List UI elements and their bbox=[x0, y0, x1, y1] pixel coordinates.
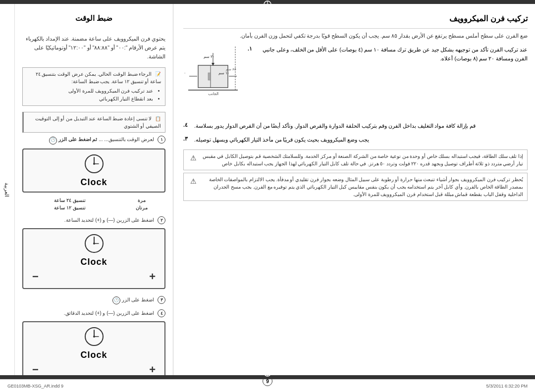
note-icon: 📝 bbox=[155, 71, 161, 77]
main-content: ضبط الوقت يحتوي فرن الميكروويف على ساعة … bbox=[15, 4, 535, 375]
item-1-text-area: ١. عند تركيب الفرن تأكد من توجيهه بشكل ج… bbox=[248, 46, 528, 117]
item-3-text: يجب وضع الميكروويف بحيث يكون قريبًا من م… bbox=[194, 136, 369, 145]
item-1-num: ١. bbox=[248, 46, 256, 52]
reminder-icon: 📋 bbox=[155, 116, 161, 121]
step-2-num: ٢ bbox=[158, 216, 165, 224]
svg-text:٨٥ سم: ٨٥ سم bbox=[226, 67, 236, 71]
tip-box-2: ⚠ يُحظر تركيب فرن الميكروويف بجوار أشياء… bbox=[183, 173, 528, 201]
item-4-text: قم بإزالة كافة مواد التغليف بداخل الفرن … bbox=[194, 122, 476, 131]
clock-icon-area-2 bbox=[84, 233, 105, 254]
time-format-table: مرة تنسيق ٢٤ ساعة مرتان تنسيق ١٢ ساعة bbox=[22, 196, 165, 211]
svg-text:الجانب: الجانب bbox=[208, 92, 218, 96]
minus-button-2[interactable]: − bbox=[27, 269, 44, 284]
svg-text:١٠ سم: ١٠ سم bbox=[218, 71, 229, 75]
clock-icon-area-1 bbox=[84, 153, 105, 174]
item-4-num: ٤. bbox=[183, 122, 191, 128]
top-border bbox=[0, 0, 535, 4]
clock-label-2: Clock bbox=[80, 257, 107, 267]
clock-btn-ref: 🕐 bbox=[49, 137, 57, 145]
bottom-border bbox=[0, 375, 535, 379]
right-column: تركيب فرن الميكروويف ضع الفرن على سطح أم… bbox=[173, 4, 535, 375]
clock-label-4: Clock bbox=[80, 350, 107, 360]
content-area: العربية ضبط الوقت يحتوي فرن الميكروويف ع… bbox=[0, 4, 535, 375]
clock-face-icon-1 bbox=[84, 153, 105, 174]
minus-button-4[interactable]: − bbox=[27, 362, 44, 375]
step-4: ٤ اضغط على الزرين (—) و (+) لتحديد الدقا… bbox=[22, 309, 165, 375]
tip-1-icon: ⚠ bbox=[188, 152, 197, 163]
clock-label-1: Clock bbox=[80, 177, 107, 188]
note-box: 📝 الرجاء ضبط الوقت الحالي. يمكن عرض الوق… bbox=[22, 67, 165, 106]
left-section-title: ضبط الوقت bbox=[22, 14, 165, 23]
item-3-num: ٣. bbox=[183, 136, 191, 142]
step-4-num: ٤ bbox=[158, 309, 165, 317]
tip-1-text: إذا تلف سلك الطاقة، فيجب استبداله بسلك خ… bbox=[199, 152, 523, 167]
step-1: ١ لعرض الوقت بالتنسيق... ... ثم اضغط على… bbox=[22, 136, 165, 213]
tip-2-text: يُحظر تركيب فرن الميكروويف بجوار أشياء ت… bbox=[199, 176, 523, 198]
clock-face-icon-2 bbox=[84, 233, 105, 254]
btn-row-2: − + bbox=[27, 269, 160, 284]
step-1-num: ١ bbox=[158, 136, 165, 144]
step-2: ٢ اضغط على الزرين (—) و (+) لتحديد الساع… bbox=[22, 216, 165, 293]
item-4: ٤. قم بإزالة كافة مواد التغليف بداخل الف… bbox=[183, 122, 528, 131]
plus-button-4[interactable]: + bbox=[144, 362, 160, 375]
step-3-clock-ref: 🕐 bbox=[112, 296, 120, 304]
item-3: ٣. يجب وضع الميكروويف بحيث يكون قريبًا م… bbox=[183, 136, 528, 145]
item-1-container: ١. عند تركيب الفرن تأكد من توجيهه بشكل ج… bbox=[183, 46, 528, 117]
clock-block-2: Clock − + bbox=[22, 228, 165, 289]
btn-row-4: − + bbox=[27, 362, 160, 375]
plus-button-2[interactable]: + bbox=[144, 269, 160, 284]
clock-block-4: Clock − + bbox=[22, 321, 165, 375]
microwave-placement-diagram: ٢٠ سم ١٠ سم ١٠ ٨٥ سم الجانب bbox=[183, 46, 243, 115]
left-column: ضبط الوقت يحتوي فرن الميكروويف على ساعة … bbox=[15, 4, 173, 375]
clock-face-icon-4 bbox=[84, 326, 105, 347]
svg-text:١٠: ١٠ bbox=[183, 71, 186, 75]
right-intro: ضع الفرن على سطح أملس مسطح يرتفع عن الأر… bbox=[183, 32, 528, 41]
clock-icon-area-4 bbox=[84, 326, 105, 347]
page: العربية ضبط الوقت يحتوي فرن الميكروويف ع… bbox=[0, 0, 535, 392]
reminder-note: 📋 لا تنسى إعادة ضبط الساعة عند التبديل م… bbox=[22, 112, 165, 133]
tip-2-icon: ⚠ bbox=[188, 176, 197, 187]
svg-rect-21 bbox=[208, 73, 211, 80]
step-3: ٣ اضغط على الزر 🕐 bbox=[22, 296, 165, 306]
item-1-text: عند تركيب الفرن تأكد من توجيهه بشكل جيد … bbox=[259, 46, 528, 63]
top-crosshair-icon bbox=[263, 0, 272, 9]
sidebar: العربية bbox=[0, 4, 15, 375]
diagram-area: ٢٠ سم ١٠ سم ١٠ ٨٥ سم الجانب bbox=[183, 46, 243, 117]
tip-box-1: ⚠ إذا تلف سلك الطاقة، فيجب استبداله بسلك… bbox=[183, 149, 528, 170]
footer-left: GE0103MB-XSG_AR.indd 9 bbox=[7, 384, 63, 389]
bottom-crosshair-icon bbox=[263, 368, 272, 377]
right-section-title: تركيب فرن الميكروويف bbox=[183, 14, 528, 23]
clock-block-1: Clock bbox=[22, 148, 165, 193]
step-3-num: ٣ bbox=[158, 296, 165, 304]
item-1: ١. عند تركيب الفرن تأكد من توجيهه بشكل ج… bbox=[248, 46, 528, 63]
sidebar-label: العربية bbox=[4, 183, 10, 197]
svg-rect-19 bbox=[198, 65, 228, 88]
footer-right: 5/3/2011 6:32:20 PM bbox=[486, 384, 528, 389]
left-intro: يحتوي فرن الميكروويف على ساعة مضمنة. عند… bbox=[22, 35, 165, 64]
svg-text:٢٠ سم: ٢٠ سم bbox=[204, 54, 214, 59]
